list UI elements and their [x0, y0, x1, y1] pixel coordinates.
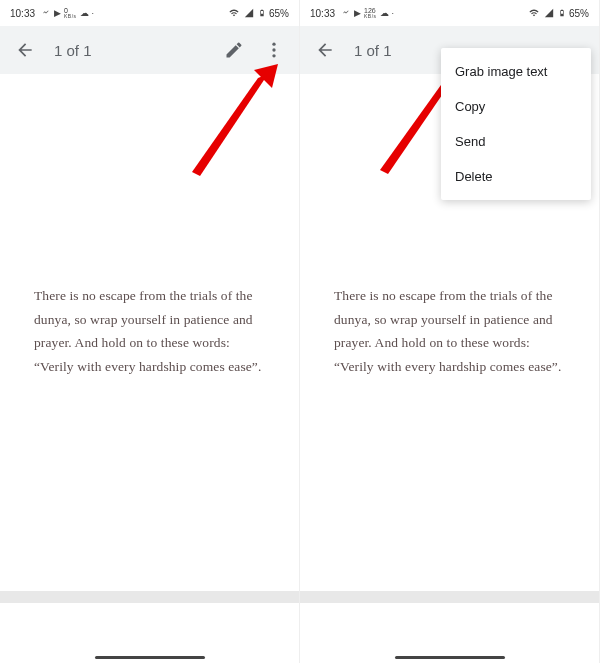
page-counter: 1 of 1 — [54, 42, 92, 59]
screenshot-right: 10:33 ▶ 126 KB/s ☁ · 65% 1 of 1 — [300, 0, 600, 663]
svg-point-0 — [272, 43, 275, 46]
screenshot-left: 10:33 ▶ 0 KB/s ☁ · 65% 1 of 1 — [0, 0, 300, 663]
status-bar: 10:33 ▶ 0 KB/s ☁ · 65% — [0, 0, 299, 26]
menu-send[interactable]: Send — [441, 124, 591, 159]
rec-icon: ▶ — [54, 8, 61, 18]
more-vertical-icon — [264, 40, 284, 60]
arrow-left-icon — [15, 40, 35, 60]
signal-icon — [243, 8, 255, 18]
menu-copy[interactable]: Copy — [441, 89, 591, 124]
status-dot: · — [92, 8, 95, 18]
battery-icon — [258, 7, 266, 19]
status-icons-left: ▶ 126 KB/s ☁ · — [341, 8, 394, 19]
cloud-icon: ☁ — [80, 8, 89, 18]
status-left: 10:33 ▶ 126 KB/s ☁ · — [310, 8, 394, 19]
status-right: 65% — [528, 7, 589, 19]
overflow-button[interactable] — [263, 39, 285, 61]
phone-icon — [341, 8, 351, 18]
back-button[interactable] — [14, 39, 36, 61]
status-right: 65% — [228, 7, 289, 19]
arrow-left-icon — [315, 40, 335, 60]
svg-point-1 — [272, 48, 275, 51]
phone-icon — [41, 8, 51, 18]
white-band — [300, 603, 599, 663]
wifi-icon — [228, 8, 240, 18]
signal-icon — [543, 8, 555, 18]
overflow-menu: Grab image text Copy Send Delete — [441, 48, 591, 200]
tail-band — [300, 591, 599, 603]
cloud-icon: ☁ — [380, 8, 389, 18]
status-dot: · — [392, 8, 395, 18]
page-counter: 1 of 1 — [354, 42, 392, 59]
nav-handle[interactable] — [95, 656, 205, 659]
status-icons-left: ▶ 0 KB/s ☁ · — [41, 8, 94, 19]
status-time: 10:33 — [310, 8, 335, 19]
rec-icon: ▶ — [354, 8, 361, 18]
network-speed: 0 KB/s — [64, 8, 77, 19]
network-speed: 126 KB/s — [364, 8, 377, 19]
white-band — [0, 603, 299, 663]
status-left: 10:33 ▶ 0 KB/s ☁ · — [10, 8, 94, 19]
wifi-icon — [528, 8, 540, 18]
status-time: 10:33 — [10, 8, 35, 19]
battery-icon — [558, 7, 566, 19]
svg-point-2 — [272, 54, 275, 57]
menu-grab-image-text[interactable]: Grab image text — [441, 54, 591, 89]
note-body: There is no escape from the trials of th… — [0, 74, 299, 379]
nav-handle[interactable] — [395, 656, 505, 659]
app-toolbar: 1 of 1 — [0, 26, 299, 74]
battery-percent: 65% — [269, 8, 289, 19]
status-bar: 10:33 ▶ 126 KB/s ☁ · 65% — [300, 0, 599, 26]
back-button[interactable] — [314, 39, 336, 61]
menu-delete[interactable]: Delete — [441, 159, 591, 194]
tail-band — [0, 591, 299, 603]
edit-button[interactable] — [223, 39, 245, 61]
battery-percent: 65% — [569, 8, 589, 19]
pencil-icon — [224, 40, 244, 60]
